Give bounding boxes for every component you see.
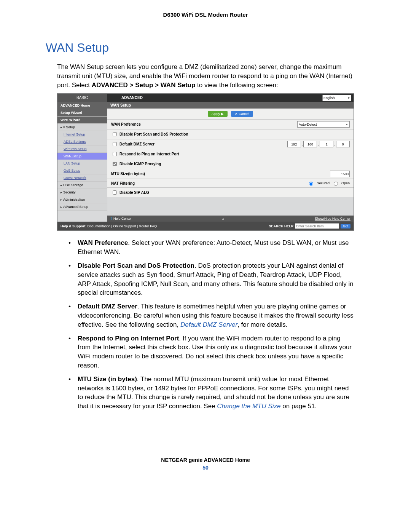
- sidebar-item-advanced-home[interactable]: ADVANCED Home: [57, 102, 107, 109]
- bullet-text: on page 51.: [281, 403, 317, 410]
- wan-preference-label: WAN Preference: [111, 122, 141, 126]
- help-support-bar: Help & Support Documentation | Online Su…: [57, 222, 354, 230]
- bullet-bold: WAN Preference: [78, 239, 128, 246]
- help-icon: ?: [110, 217, 112, 220]
- sidebar-item-lan-setup[interactable]: LAN Setup: [57, 160, 107, 167]
- footer: NETGEAR genie ADVANCED Home 50: [46, 457, 365, 471]
- sidebar-item-adsl-settings[interactable]: ADSL Settings: [57, 138, 107, 145]
- apply-button[interactable]: Apply ▶: [208, 111, 228, 117]
- disable-igmp-label: Disable IGMP Proxying: [119, 162, 161, 166]
- disable-sip-label: Disable SIP ALG: [119, 190, 149, 195]
- help-center-label: Help Center: [113, 217, 132, 220]
- list-item: WAN Preference. Select your WAN preferen…: [68, 238, 354, 257]
- sidebar-section-usb-storage[interactable]: USB Storage: [57, 182, 107, 189]
- online-support-link[interactable]: Online Support: [113, 224, 136, 228]
- bullet-bold: Default DMZ Server: [78, 303, 137, 310]
- language-select[interactable]: English: [322, 95, 351, 101]
- mtu-label: MTU Size(in bytes): [111, 172, 145, 176]
- language-value: English: [323, 96, 335, 100]
- description-list: WAN Preference. Select your WAN preferen…: [68, 238, 354, 411]
- default-dmz-checkbox[interactable]: [113, 142, 117, 146]
- dmz-ip-c[interactable]: [320, 141, 333, 147]
- sidebar-item-qos-setup[interactable]: QoS Setup: [57, 167, 107, 174]
- documentation-link[interactable]: Documentation: [88, 224, 111, 228]
- sidebar-section-security[interactable]: Security: [57, 189, 107, 196]
- sidebar-item-wps-wizard[interactable]: WPS Wizard: [57, 117, 107, 124]
- footer-title: NETGEAR genie ADVANCED Home: [46, 457, 365, 463]
- nat-open-radio[interactable]: [334, 182, 338, 186]
- bullet-bold: Disable Port Scan and DoS Protection: [78, 262, 194, 269]
- panel-title: WAN Setup: [107, 102, 354, 109]
- sidebar-item-internet-setup[interactable]: Internet Setup: [57, 131, 107, 138]
- dmz-ip-b[interactable]: [303, 141, 317, 147]
- bullet-bold: Respond to Ping on Internet Port: [78, 335, 179, 342]
- tabs-filler: [157, 94, 322, 102]
- help-support-label: Help & Support: [61, 224, 86, 228]
- intro-post: to view the following screen:: [195, 81, 278, 89]
- dmz-ip-d[interactable]: [336, 141, 350, 147]
- search-help-label: SEARCH HELP: [269, 224, 293, 228]
- search-help-input[interactable]: [295, 223, 339, 229]
- sidebar-item-guest-network[interactable]: Guest Network: [57, 174, 107, 182]
- list-item: Default DMZ Server. This feature is some…: [68, 302, 354, 329]
- router-faq-link[interactable]: Router FAQ: [139, 224, 157, 228]
- disable-port-scan-label: Disable Port Scan and DoS Protection: [119, 132, 188, 136]
- list-item: MTU Size (in bytes). The normal MTU (max…: [68, 375, 354, 411]
- button-row: Apply ▶ ✕ Cancel: [107, 109, 354, 120]
- dmz-ip-group: . . .: [287, 141, 350, 147]
- show-hide-help-link[interactable]: Show/Hide Help Center: [315, 217, 350, 220]
- respond-ping-label: Respond to Ping on Internet Port: [119, 152, 179, 156]
- footer-page-number: 50: [46, 465, 365, 471]
- list-item: Disable Port Scan and DoS Protection. Do…: [68, 261, 354, 297]
- sidebar-section-setup[interactable]: ▾ Setup: [57, 124, 107, 131]
- tab-basic[interactable]: BASIC: [57, 94, 107, 102]
- help-center-bar: ?Help Center ▲ Show/Hide Help Center: [107, 216, 354, 222]
- doc-header: D6300 WiFi DSL Modem Router: [46, 11, 365, 18]
- disable-igmp-checkbox[interactable]: [113, 162, 117, 166]
- nat-secured-label: Secured: [317, 181, 330, 185]
- default-dmz-label: Default DMZ Server: [119, 142, 155, 146]
- wan-preference-value: Auto-Detect: [299, 123, 317, 126]
- main-panel: WAN Setup Apply ▶ ✕ Cancel WAN Preferenc…: [107, 102, 354, 222]
- intro-paragraph: The WAN Setup screen lets you configure …: [57, 62, 365, 89]
- list-item: Respond to Ping on Internet Port. If you…: [68, 334, 354, 370]
- router-ui-screenshot: BASIC ADVANCED English ADVANCED Home Set…: [57, 93, 354, 231]
- nat-filtering-label: NAT Filtering: [111, 181, 135, 185]
- sidebar: ADVANCED Home Setup Wizard WPS Wizard ▾ …: [57, 102, 107, 222]
- cancel-button[interactable]: ✕ Cancel: [231, 111, 253, 117]
- tab-advanced[interactable]: ADVANCED: [107, 94, 157, 102]
- search-go-button[interactable]: GO: [341, 224, 350, 228]
- disable-sip-checkbox[interactable]: [113, 190, 117, 195]
- sidebar-item-wireless-setup[interactable]: Wireless Setup: [57, 145, 107, 153]
- intro-breadcrumb: ADVANCED > Setup > WAN Setup: [92, 81, 196, 89]
- sidebar-setup-label: Setup: [66, 125, 75, 129]
- dmz-ip-a[interactable]: [287, 141, 301, 147]
- footer-rule: [46, 453, 365, 453]
- disable-port-scan-checkbox[interactable]: [113, 132, 117, 136]
- default-dmz-server-link[interactable]: Default DMZ Server: [180, 321, 237, 328]
- change-mtu-size-link[interactable]: Change the MTU Size: [217, 403, 280, 410]
- sidebar-section-advanced-setup[interactable]: Advanced Setup: [57, 203, 107, 211]
- page-title: WAN Setup: [46, 41, 365, 55]
- nat-secured-radio[interactable]: [309, 182, 313, 186]
- bullet-text: , for more details.: [237, 321, 287, 328]
- mtu-input[interactable]: [330, 171, 350, 177]
- grip-icon[interactable]: ▲: [221, 217, 225, 220]
- bullet-bold: MTU Size (in bytes): [78, 375, 137, 383]
- sidebar-item-wan-setup[interactable]: WAN Setup: [57, 153, 107, 160]
- sidebar-section-administration[interactable]: Administration: [57, 196, 107, 203]
- sidebar-item-setup-wizard[interactable]: Setup Wizard: [57, 109, 107, 117]
- nat-open-label: Open: [341, 181, 350, 185]
- respond-ping-checkbox[interactable]: [113, 152, 117, 156]
- wan-preference-select[interactable]: Auto-Detect: [297, 121, 350, 128]
